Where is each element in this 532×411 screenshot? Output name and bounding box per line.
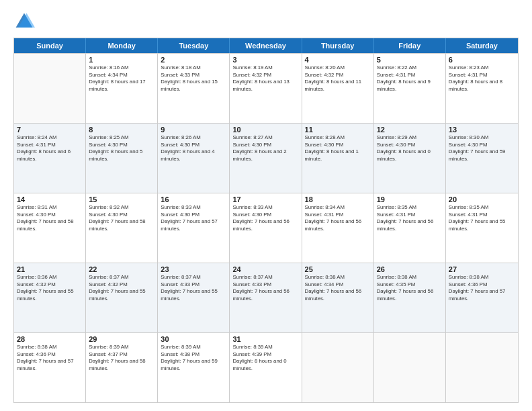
calendar-cell: 11Sunrise: 8:28 AMSunset: 4:30 PMDayligh…	[302, 124, 374, 193]
day-number: 11	[305, 126, 371, 134]
calendar-cell: 13Sunrise: 8:30 AMSunset: 4:30 PMDayligh…	[446, 124, 518, 193]
cell-info: Sunrise: 8:26 AMSunset: 4:30 PMDaylight:…	[161, 134, 226, 163]
calendar-header-cell: Friday	[374, 38, 446, 53]
calendar-cell: 29Sunrise: 8:39 AMSunset: 4:37 PMDayligh…	[86, 333, 158, 402]
calendar-row: 1Sunrise: 8:16 AMSunset: 4:34 PMDaylight…	[14, 53, 518, 123]
calendar-cell: 2Sunrise: 8:18 AMSunset: 4:33 PMDaylight…	[158, 54, 230, 123]
calendar-cell: 20Sunrise: 8:35 AMSunset: 4:31 PMDayligh…	[446, 193, 518, 263]
calendar-header-cell: Monday	[86, 38, 158, 53]
calendar-row: 7Sunrise: 8:24 AMSunset: 4:31 PMDaylight…	[14, 123, 518, 193]
day-number: 21	[17, 265, 83, 273]
day-number: 4	[305, 56, 371, 64]
calendar-cell: 21Sunrise: 8:36 AMSunset: 4:32 PMDayligh…	[14, 263, 86, 332]
cell-info: Sunrise: 8:37 AMSunset: 4:33 PMDaylight:…	[161, 274, 226, 302]
calendar-cell: 10Sunrise: 8:27 AMSunset: 4:30 PMDayligh…	[230, 124, 302, 193]
day-number: 31	[232, 335, 298, 343]
calendar-header-row: SundayMondayTuesdayWednesdayThursdayFrid…	[14, 38, 518, 53]
cell-info: Sunrise: 8:30 AMSunset: 4:30 PMDaylight:…	[449, 134, 515, 163]
calendar-cell: 23Sunrise: 8:37 AMSunset: 4:33 PMDayligh…	[158, 263, 230, 332]
cell-info: Sunrise: 8:31 AMSunset: 4:30 PMDaylight:…	[17, 204, 83, 232]
calendar-row: 21Sunrise: 8:36 AMSunset: 4:32 PMDayligh…	[14, 263, 518, 332]
cell-info: Sunrise: 8:22 AMSunset: 4:31 PMDaylight:…	[377, 64, 443, 93]
cell-info: Sunrise: 8:38 AMSunset: 4:36 PMDaylight:…	[17, 344, 83, 372]
day-number: 19	[377, 195, 443, 203]
calendar-cell: 8Sunrise: 8:25 AMSunset: 4:30 PMDaylight…	[86, 124, 158, 193]
calendar-cell: 27Sunrise: 8:38 AMSunset: 4:36 PMDayligh…	[446, 263, 518, 332]
cell-info: Sunrise: 8:29 AMSunset: 4:30 PMDaylight:…	[377, 134, 443, 163]
calendar-cell: 3Sunrise: 8:19 AMSunset: 4:32 PMDaylight…	[230, 54, 302, 123]
cell-info: Sunrise: 8:39 AMSunset: 4:39 PMDaylight:…	[232, 344, 298, 372]
day-number: 16	[161, 195, 226, 203]
calendar-row: 28Sunrise: 8:38 AMSunset: 4:36 PMDayligh…	[14, 332, 518, 402]
calendar-cell	[14, 54, 86, 123]
day-number: 6	[449, 56, 515, 64]
cell-info: Sunrise: 8:19 AMSunset: 4:32 PMDaylight:…	[232, 64, 298, 93]
day-number: 14	[17, 195, 83, 203]
calendar-cell: 12Sunrise: 8:29 AMSunset: 4:30 PMDayligh…	[374, 124, 446, 193]
calendar-cell: 26Sunrise: 8:38 AMSunset: 4:35 PMDayligh…	[374, 263, 446, 332]
calendar-cell: 24Sunrise: 8:37 AMSunset: 4:33 PMDayligh…	[230, 263, 302, 332]
calendar-cell: 9Sunrise: 8:26 AMSunset: 4:30 PMDaylight…	[158, 124, 230, 193]
calendar-cell	[302, 333, 374, 402]
day-number: 15	[89, 195, 154, 203]
cell-info: Sunrise: 8:34 AMSunset: 4:31 PMDaylight:…	[305, 204, 371, 232]
calendar-cell: 4Sunrise: 8:20 AMSunset: 4:32 PMDaylight…	[302, 54, 374, 123]
day-number: 1	[89, 56, 154, 64]
cell-info: Sunrise: 8:39 AMSunset: 4:37 PMDaylight:…	[89, 344, 154, 372]
cell-info: Sunrise: 8:16 AMSunset: 4:34 PMDaylight:…	[89, 64, 154, 93]
day-number: 17	[232, 195, 298, 203]
day-number: 10	[232, 126, 298, 134]
cell-info: Sunrise: 8:18 AMSunset: 4:33 PMDaylight:…	[161, 64, 226, 93]
day-number: 23	[161, 265, 226, 273]
day-number: 27	[449, 265, 515, 273]
calendar-cell: 28Sunrise: 8:38 AMSunset: 4:36 PMDayligh…	[14, 333, 86, 402]
cell-info: Sunrise: 8:33 AMSunset: 4:30 PMDaylight:…	[232, 204, 298, 232]
cell-info: Sunrise: 8:35 AMSunset: 4:31 PMDaylight:…	[377, 204, 443, 232]
cell-info: Sunrise: 8:37 AMSunset: 4:32 PMDaylight:…	[89, 274, 154, 302]
cell-info: Sunrise: 8:36 AMSunset: 4:32 PMDaylight:…	[17, 274, 83, 302]
calendar-header-cell: Wednesday	[230, 38, 302, 53]
day-number: 3	[232, 56, 298, 64]
calendar-cell: 16Sunrise: 8:33 AMSunset: 4:30 PMDayligh…	[158, 193, 230, 263]
cell-info: Sunrise: 8:32 AMSunset: 4:30 PMDaylight:…	[89, 204, 154, 232]
cell-info: Sunrise: 8:39 AMSunset: 4:38 PMDaylight:…	[161, 344, 226, 372]
day-number: 25	[305, 265, 371, 273]
calendar-cell: 30Sunrise: 8:39 AMSunset: 4:38 PMDayligh…	[158, 333, 230, 402]
calendar-header-cell: Tuesday	[158, 38, 230, 53]
cell-info: Sunrise: 8:38 AMSunset: 4:36 PMDaylight:…	[449, 274, 515, 302]
calendar-cell: 19Sunrise: 8:35 AMSunset: 4:31 PMDayligh…	[374, 193, 446, 263]
calendar-cell: 31Sunrise: 8:39 AMSunset: 4:39 PMDayligh…	[230, 333, 302, 402]
page: SundayMondayTuesdayWednesdayThursdayFrid…	[0, 0, 532, 411]
day-number: 5	[377, 56, 443, 64]
calendar-cell: 17Sunrise: 8:33 AMSunset: 4:30 PMDayligh…	[230, 193, 302, 263]
cell-info: Sunrise: 8:24 AMSunset: 4:31 PMDaylight:…	[17, 134, 83, 163]
day-number: 18	[305, 195, 371, 203]
day-number: 7	[17, 126, 83, 134]
cell-info: Sunrise: 8:27 AMSunset: 4:30 PMDaylight:…	[232, 134, 298, 163]
calendar-cell: 25Sunrise: 8:38 AMSunset: 4:34 PMDayligh…	[302, 263, 374, 332]
cell-info: Sunrise: 8:33 AMSunset: 4:30 PMDaylight:…	[161, 204, 226, 232]
day-number: 26	[377, 265, 443, 273]
cell-info: Sunrise: 8:38 AMSunset: 4:34 PMDaylight:…	[305, 274, 371, 302]
day-number: 12	[377, 126, 443, 134]
cell-info: Sunrise: 8:23 AMSunset: 4:31 PMDaylight:…	[449, 64, 515, 93]
logo	[13, 11, 38, 32]
day-number: 22	[89, 265, 154, 273]
cell-info: Sunrise: 8:37 AMSunset: 4:33 PMDaylight:…	[232, 274, 298, 302]
day-number: 28	[17, 335, 83, 343]
cell-info: Sunrise: 8:20 AMSunset: 4:32 PMDaylight:…	[305, 64, 371, 93]
header	[13, 11, 519, 32]
cell-info: Sunrise: 8:35 AMSunset: 4:31 PMDaylight:…	[449, 204, 515, 232]
day-number: 8	[89, 126, 154, 134]
calendar-cell	[374, 333, 446, 402]
calendar-body: 1Sunrise: 8:16 AMSunset: 4:34 PMDaylight…	[14, 53, 518, 402]
calendar-header-cell: Thursday	[302, 38, 374, 53]
calendar-cell: 14Sunrise: 8:31 AMSunset: 4:30 PMDayligh…	[14, 193, 86, 263]
calendar-header-cell: Saturday	[446, 38, 518, 53]
calendar-cell: 5Sunrise: 8:22 AMSunset: 4:31 PMDaylight…	[374, 54, 446, 123]
calendar-cell	[446, 333, 518, 402]
calendar-cell: 22Sunrise: 8:37 AMSunset: 4:32 PMDayligh…	[86, 263, 158, 332]
cell-info: Sunrise: 8:25 AMSunset: 4:30 PMDaylight:…	[89, 134, 154, 163]
calendar-header-cell: Sunday	[14, 38, 86, 53]
cell-info: Sunrise: 8:38 AMSunset: 4:35 PMDaylight:…	[377, 274, 443, 302]
